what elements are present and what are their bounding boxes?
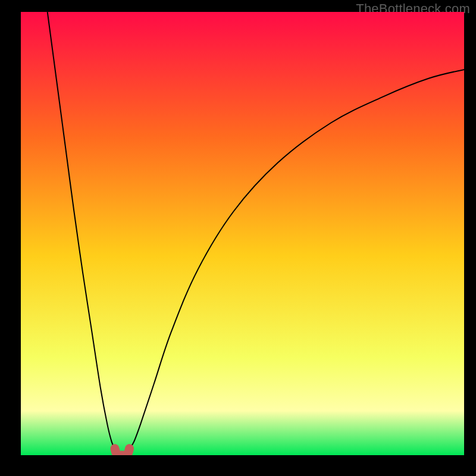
gradient-background bbox=[21, 12, 464, 455]
chart-svg bbox=[21, 12, 464, 455]
chart-plot-area bbox=[21, 12, 464, 455]
chart-frame: TheBottleneck.com bbox=[0, 0, 476, 476]
